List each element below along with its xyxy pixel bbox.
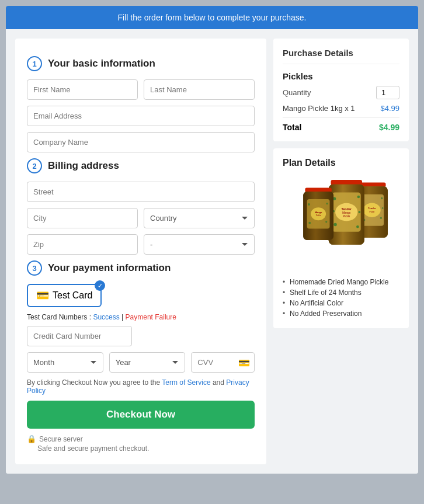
section3-number: 3: [27, 260, 42, 276]
svg-text:Tender: Tender: [342, 207, 352, 211]
section2-header: 2 Billing address: [27, 158, 255, 173]
first-name-input[interactable]: [27, 79, 138, 100]
success-link[interactable]: Success: [93, 313, 119, 321]
svg-text:Mango: Mango: [342, 211, 350, 214]
month-select[interactable]: Month 01 02 03 04 05 06 07 08 09 10 11 1…: [27, 352, 103, 373]
product-name: Mango Pickle 1kg x 1: [283, 104, 355, 113]
payment-check: ✓: [95, 280, 105, 291]
svg-point-37: [325, 221, 327, 223]
product-category: Pickles: [283, 71, 399, 81]
secure-line: 🔒 Secure server: [27, 435, 255, 443]
secure-label: Secure server: [39, 435, 83, 443]
section2-number: 2: [27, 158, 42, 173]
company-input[interactable]: [27, 132, 255, 152]
svg-text:Mango: Mango: [315, 211, 322, 214]
feature-3: No Artificial Color: [283, 298, 399, 308]
svg-point-35: [326, 203, 328, 204]
svg-point-36: [308, 222, 311, 224]
svg-point-26: [358, 211, 360, 213]
svg-text:Pickle: Pickle: [369, 211, 374, 213]
plan-title: Plan Details: [283, 158, 399, 168]
cvv-wrapper: 💳: [191, 352, 255, 373]
test-card-option[interactable]: 💳 Test Card ✓: [27, 284, 102, 307]
purchase-title: Purchase Details: [283, 48, 399, 64]
lock-icon: 🔒: [27, 435, 36, 443]
test-numbers-label: Test Card Numbers :: [27, 313, 93, 321]
page-wrapper: Fill the order form below to complete yo…: [6, 6, 418, 474]
name-row: [27, 79, 255, 100]
company-row: [27, 132, 255, 152]
svg-point-22: [357, 196, 360, 199]
quantity-row: Quantity: [283, 86, 399, 99]
svg-text:Pickle: Pickle: [316, 214, 321, 217]
street-row: [27, 182, 255, 202]
city-country-row: Country United States United Kingdom Can…: [27, 208, 255, 228]
quantity-input[interactable]: [376, 86, 399, 99]
country-select[interactable]: Country United States United Kingdom Can…: [144, 208, 255, 228]
banner-text: Fill the order form below to complete yo…: [118, 13, 307, 22]
svg-point-8: [381, 197, 383, 199]
pickle-image-container: Tender Pickle: [283, 175, 399, 269]
section1-title: Your basic information: [48, 58, 155, 69]
email-row: [27, 106, 255, 126]
city-input[interactable]: [27, 208, 138, 228]
svg-point-23: [333, 223, 336, 226]
feature-2: Shelf Life of 24 Months: [283, 287, 399, 298]
email-input[interactable]: [27, 106, 255, 126]
svg-text:Tender: Tender: [368, 207, 376, 210]
tos-link[interactable]: Term of Service: [162, 378, 210, 387]
zip-input[interactable]: [27, 234, 138, 255]
safe-label: Safe and secure payment checkout.: [27, 444, 255, 453]
section1-number: 1: [27, 56, 42, 71]
section3-header: 3 Your payment information: [27, 260, 255, 276]
pickle-image: Tender Pickle: [289, 175, 394, 269]
zip-state-row: - California New York Texas: [27, 234, 255, 255]
product-row: Mango Pickle 1kg x 1 $4.99: [283, 104, 399, 118]
left-panel: 1 Your basic information 2 Billing addre…: [15, 39, 266, 464]
card-label: Test Card: [53, 290, 92, 301]
product-price: $4.99: [380, 104, 399, 113]
feature-1: Homemade Dried Mango Pickle: [283, 277, 399, 287]
right-panel: Purchase Details Pickles Quantity Mango …: [273, 39, 409, 464]
total-price: $4.99: [379, 123, 399, 132]
svg-text:Pickle: Pickle: [343, 215, 350, 218]
street-input[interactable]: [27, 182, 255, 202]
feature-4: No Added Preservation: [283, 308, 399, 319]
terms-text: By clicking Checkout Now you agree to th…: [27, 378, 255, 395]
top-banner: Fill the order form below to complete yo…: [6, 6, 418, 29]
svg-point-10: [380, 217, 382, 219]
total-row: Total $4.99: [283, 123, 399, 132]
quantity-label: Quantity: [283, 88, 311, 97]
card-icon: 💳: [36, 289, 49, 302]
section1-header: 1 Your basic information: [27, 56, 255, 71]
section3-title: Your payment information: [48, 262, 171, 274]
terms-prefix: By clicking Checkout Now you agree to th…: [27, 378, 162, 387]
svg-point-12: [382, 207, 384, 209]
plan-box: Plan Details Tender Pickle: [273, 148, 409, 328]
svg-point-34: [308, 203, 310, 206]
svg-point-31: [311, 207, 326, 220]
svg-point-4: [363, 203, 381, 217]
expiry-cvv-row: Month 01 02 03 04 05 06 07 08 09 10 11 1…: [27, 352, 255, 373]
card-number-row: [27, 326, 255, 346]
test-card-info: Test Card Numbers : Success | Payment Fa…: [27, 313, 255, 321]
checkout-button[interactable]: Checkout Now: [27, 401, 255, 429]
failure-link[interactable]: Payment Failure: [126, 313, 176, 321]
purchase-box: Purchase Details Pickles Quantity Mango …: [273, 39, 409, 141]
card-number-input[interactable]: [27, 326, 132, 346]
last-name-input[interactable]: [144, 79, 255, 100]
svg-point-24: [356, 225, 359, 228]
total-label: Total: [283, 123, 301, 132]
year-select[interactable]: Year 2024 2025 2026 2027 2028: [109, 352, 186, 373]
secure-text-block: 🔒 Secure server Safe and secure payment …: [27, 435, 255, 453]
main-content: 1 Your basic information 2 Billing addre…: [6, 29, 418, 474]
state-select[interactable]: - California New York Texas: [144, 234, 255, 255]
section2-title: Billing address: [48, 160, 119, 172]
plan-features: Homemade Dried Mango Pickle Shelf Life o…: [283, 277, 399, 319]
cvv-card-icon: 💳: [238, 357, 250, 368]
terms-conjunction: and: [211, 378, 227, 387]
